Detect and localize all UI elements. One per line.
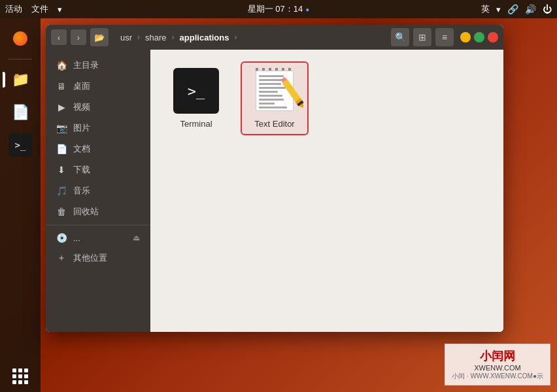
terminal-taskbar-icon: >_ <box>8 133 32 157</box>
view-options-button[interactable]: ⊞ <box>413 28 431 46</box>
watermark-url: XWENW.COM <box>452 364 543 372</box>
sidebar-label-documents: 文档 <box>73 143 140 155</box>
text-editor-label: Text Editor <box>254 119 294 129</box>
time-display: 星期一 07：14 <box>248 3 303 15</box>
watermark-small: 小闰 · WWW.XWENW.COM●示 <box>452 372 543 381</box>
firefox-icon <box>13 31 27 46</box>
close-button[interactable] <box>488 32 498 42</box>
downloads-icon: ⬇ <box>56 165 67 175</box>
taskbar-files[interactable]: 📁 <box>5 65 35 95</box>
watermark: 小闰网 XWENW.COM 小闰 · WWW.XWENW.COM●示 <box>445 344 550 385</box>
sidebar-divider <box>46 225 150 225</box>
topbar-clock: 星期一 07：14 ● <box>248 3 310 15</box>
time-dot: ● <box>305 6 309 13</box>
desktop: 📁 📄 >_ ‹ › 📂 usr › share <box>0 18 557 392</box>
sidebar-label-disk: ... <box>73 233 126 243</box>
sidebar: 🏠 主目录 🖥 桌面 ▶ 视频 📷 图片 📄 文档 <box>46 50 150 332</box>
text-editor-icon-img <box>252 68 297 114</box>
file-item-text-editor[interactable]: Text Editor <box>242 63 307 134</box>
window-titlebar: ‹ › 📂 usr › share › applications › 🔍 ⊞ ≡ <box>46 25 503 50</box>
taskbar-terminal[interactable]: >_ <box>5 130 35 160</box>
forward-button[interactable]: › <box>71 29 86 45</box>
taskbar-bottom <box>10 366 31 392</box>
watermark-text: 小闰网 <box>452 348 543 364</box>
network-icon: 🔗 <box>507 4 518 14</box>
other-icon: ＋ <box>56 252 67 264</box>
sidebar-item-pictures[interactable]: 📷 图片 <box>46 118 150 139</box>
list-view-button[interactable]: ≡ <box>435 28 454 46</box>
sidebar-item-documents[interactable]: 📄 文档 <box>46 139 150 159</box>
window-body: 🏠 主目录 🖥 桌面 ▶ 视频 📷 图片 📄 文档 <box>46 50 503 332</box>
sidebar-item-desktop[interactable]: 🖥 桌面 <box>46 76 150 97</box>
topbar-right: 英 ▾ 🔗 🔊 ⏻ <box>481 3 552 15</box>
breadcrumb-bar: usr › share › applications › <box>115 31 387 44</box>
location-icon[interactable]: 📂 <box>90 28 109 46</box>
sidebar-item-downloads[interactable]: ⬇ 下载 <box>46 159 150 180</box>
activities-button[interactable]: 活动 <box>5 3 22 15</box>
sidebar-label-other: 其他位置 <box>73 252 140 264</box>
terminal-file-icon: >_ <box>173 68 219 114</box>
sidebar-item-other[interactable]: ＋ 其他位置 <box>46 248 150 269</box>
disk-icon: 💿 <box>56 233 67 243</box>
maximize-button[interactable] <box>474 32 484 42</box>
search-button[interactable]: 🔍 <box>391 28 409 46</box>
sidebar-label-pictures: 图片 <box>73 122 140 134</box>
file-menu[interactable]: 文件 <box>31 3 48 15</box>
breadcrumb-usr[interactable]: usr <box>115 31 137 44</box>
topbar-left: 活动 文件 ▾ <box>5 3 62 15</box>
sidebar-label-home: 主目录 <box>73 59 140 71</box>
files-icon: 📁 <box>12 71 29 88</box>
file-item-terminal[interactable]: >_ Terminal <box>163 63 229 134</box>
minimize-button[interactable] <box>460 32 471 42</box>
home-icon: 🏠 <box>56 60 67 71</box>
terminal-label: Terminal <box>180 119 212 129</box>
sidebar-item-home[interactable]: 🏠 主目录 <box>46 55 150 76</box>
eject-icon[interactable]: ⏏ <box>133 233 140 242</box>
music-icon: 🎵 <box>56 186 67 196</box>
breadcrumb-share[interactable]: share <box>140 31 172 44</box>
sidebar-label-videos: 视频 <box>73 101 140 113</box>
app-grid-button[interactable] <box>10 366 31 387</box>
lang-indicator[interactable]: 英 <box>481 3 490 15</box>
main-content: >_ Terminal <box>150 50 503 332</box>
sidebar-item-trash[interactable]: 🗑 回收站 <box>46 201 150 222</box>
desktop-icon: 🖥 <box>56 81 67 91</box>
back-button[interactable]: ‹ <box>51 29 67 45</box>
lang-arrow: ▾ <box>496 5 501 14</box>
window-controls <box>460 32 498 42</box>
file-manager-window: ‹ › 📂 usr › share › applications › 🔍 ⊞ ≡ <box>46 25 503 332</box>
titlebar-right: 🔍 ⊞ ≡ <box>391 28 498 46</box>
file-menu-arrow: ▾ <box>58 5 62 14</box>
sidebar-item-music[interactable]: 🎵 音乐 <box>46 180 150 201</box>
topbar: 活动 文件 ▾ 星期一 07：14 ● 英 ▾ 🔗 🔊 ⏻ <box>0 0 557 18</box>
pictures-icon: 📷 <box>56 123 67 133</box>
sidebar-label-trash: 回收站 <box>73 206 140 218</box>
sidebar-label-desktop: 桌面 <box>73 80 140 92</box>
trash-icon: 🗑 <box>56 206 67 217</box>
text-editor-file-icon <box>252 68 297 114</box>
terminal-icon-img: >_ <box>173 68 219 114</box>
taskbar-document[interactable]: 📄 <box>5 97 35 127</box>
sidebar-item-videos[interactable]: ▶ 视频 <box>46 97 150 118</box>
sidebar-item-disk[interactable]: 💿 ... ⏏ <box>46 228 150 248</box>
taskbar: 📁 📄 >_ <box>0 18 41 392</box>
taskbar-firefox[interactable] <box>5 24 35 54</box>
videos-icon: ▶ <box>56 102 67 112</box>
sidebar-label-music: 音乐 <box>73 185 140 197</box>
breadcrumb-applications[interactable]: applications <box>175 31 235 44</box>
sidebar-label-downloads: 下载 <box>73 164 140 176</box>
volume-icon: 🔊 <box>525 4 536 14</box>
power-icon: ⏻ <box>543 4 552 14</box>
documents-icon: 📄 <box>56 144 67 154</box>
document-icon: 📄 <box>12 104 29 121</box>
taskbar-separator-1 <box>8 59 32 59</box>
